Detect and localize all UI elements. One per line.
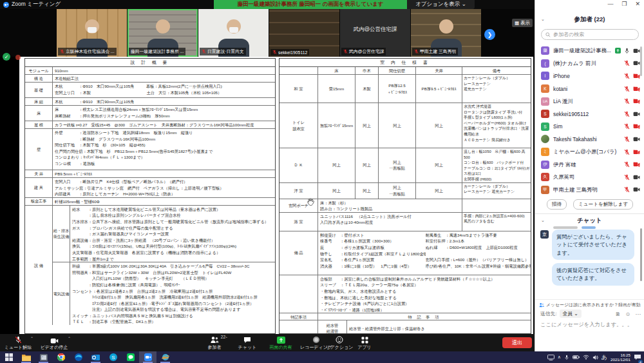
volume-icon[interactable] (592, 355, 598, 360)
notification-icon[interactable]: 4 (634, 351, 641, 363)
column-header-row: 床巾木間仕切壁天井備考 (279, 67, 531, 75)
reactions-icon (336, 336, 343, 344)
list-scrollbar[interactable] (640, 46, 642, 76)
show-options-button[interactable]: オプションを表示 ⌄ (407, 0, 475, 9)
record-dot-icon (15, 55, 21, 60)
taskbar-clock[interactable]: 16:252021/12/01 (611, 353, 630, 362)
taskbar-skype[interactable]: S (104, 351, 122, 363)
taskbar-photos[interactable] (35, 351, 52, 363)
face-mask (88, 27, 97, 33)
tray-chevron-icon[interactable]: ∧ (558, 355, 561, 360)
participant-row[interactable]: IiPhone (535, 70, 644, 83)
participant-row[interactable]: LiALiA 瀧川 (535, 95, 644, 108)
table-row: 基 礎木杭 ：Φ910 末口90mm又は105角 幕板：真板12mm(2戸に一か… (25, 83, 275, 98)
screen-share-badge-icon (615, 48, 621, 54)
avatar: 藤 (541, 46, 549, 55)
table-row: 天 井PB9.5mm＋ﾋﾞﾆｰﾙｸﾛｽ (25, 170, 275, 178)
apps-icon (361, 337, 368, 344)
start-icon (5, 353, 13, 361)
participant-row[interactable]: 藤藤田一級建築設計事務... (535, 44, 644, 57)
taskbar-globe[interactable] (156, 351, 174, 363)
video-name-label: 藤田一級建築設計事務所 ... (129, 48, 185, 55)
participant-row[interactable]: SSim (535, 121, 644, 133)
invite-button[interactable]: 招待 (547, 199, 567, 210)
camera-icon (633, 187, 640, 192)
apps-button[interactable]: アプリ (353, 335, 376, 351)
chat-icon (243, 337, 251, 344)
more-icon[interactable]: ⋯ (636, 311, 641, 317)
video-name-label: 甲南土建 三島秀明 (412, 48, 458, 55)
camera-off-icon (633, 74, 640, 79)
taskbar-chrome[interactable] (52, 351, 70, 363)
mute-button[interactable]: ミュート解除⌃ (1, 335, 35, 351)
taskbar-edge[interactable] (70, 351, 87, 363)
file-icon[interactable]: 🗎 (615, 311, 621, 317)
monitor-icon[interactable] (547, 355, 554, 360)
participant-face (156, 19, 170, 34)
taskbar-explorer[interactable] (17, 351, 35, 363)
participant-name: (株)ナカムラ 前川 (553, 60, 624, 67)
chevron-up-icon[interactable]: ⌃ (30, 336, 33, 340)
taskbar-outlook[interactable] (87, 351, 104, 363)
network-icon[interactable] (583, 355, 589, 360)
video-tile-1[interactable]: 京阪神木造住宅協議会 ... (57, 9, 127, 57)
taskbar-start[interactable] (0, 351, 17, 363)
participant-row[interactable]: 甲甲南土建 三島秀明 (535, 184, 644, 197)
view-button[interactable]: ▦表示 (512, 19, 533, 27)
chat-privacy-note: メッセージは誰に表示されますか？録画が有効 (535, 299, 644, 310)
participant-row[interactable]: ((株)ナカムラ 前川 (535, 57, 644, 70)
table-row: 備 品郵便受け ：壁付ポスト耐風養生 ：風速34m/Sまでトラ張不要棟番号 ：各… (279, 231, 531, 275)
video-tile-4[interactable]: sekkei1905112 (269, 9, 339, 57)
chevron-up-icon[interactable]: ⌃ (68, 336, 71, 340)
mic-muted-icon (624, 136, 630, 142)
mic-muted-icon (624, 111, 630, 117)
send-to-select[interactable]: 全員 ⌄ (560, 309, 582, 318)
chat-input[interactable]: ここにメッセージを入力します。。。 (540, 321, 641, 328)
share-button[interactable]: 画面の共有 (264, 335, 298, 351)
chat-message: 後の質疑応答にて対応をさせていただきます。 (552, 263, 634, 286)
participant-name: 伊丹 富雄 (553, 161, 624, 168)
video-tile-3[interactable]: 日置建設·日置尚文 (198, 9, 269, 57)
table-row: 浴 室ユニットバス1116 （2点ユニット）洗面ボール付入口跨ぎ高さは10-40… (279, 213, 531, 231)
participant-row[interactable]: Kkotani (535, 83, 644, 95)
participant-row[interactable]: Ssekkei1905112 (535, 108, 644, 121)
ime-indicator[interactable]: あ (601, 353, 607, 362)
notification-badge: 4 (638, 360, 643, 363)
windows-taskbar: S∧あ16:252021/12/014 (0, 351, 644, 363)
unmute-button[interactable]: ミュートを解除します (573, 199, 633, 210)
battery-icon[interactable] (573, 355, 580, 359)
chat-button[interactable]: チャット (233, 335, 261, 351)
chat-scrollbar[interactable] (640, 228, 642, 281)
video-tile-6[interactable]: 甲南土建 三島秀明 (411, 9, 481, 57)
participant-row[interactable]: Takeshi Takahashi (535, 133, 644, 146)
meeting-toolbar: 退出 ミュート解除⌃ビデオの停止⌃22参加者⌃チャット画面の共有レコーディングリ… (0, 334, 535, 351)
emoji-icon[interactable]: ☺ (625, 311, 631, 317)
restore-button[interactable]: ❐ (621, 1, 627, 7)
left-table-title: 設 計 概 要 (25, 59, 275, 67)
leave-button[interactable]: 退出 (502, 337, 532, 348)
table-row: 構 造木造軸組工法 (25, 75, 275, 83)
participant-row[interactable]: 久久原英司 (535, 171, 644, 184)
mic-muted-icon (624, 123, 630, 130)
chevron-up-icon[interactable]: ⌃ (225, 336, 228, 340)
video-name-label: 武内@公営住宅課 (341, 48, 386, 55)
table-row: 合板類 ：居室に表しの合板類は規制対象外ホルムアルデヒド発散建築材料（Ｆ☆☆☆☆… (279, 275, 531, 314)
avatar: 久 (541, 173, 549, 181)
reactions-button[interactable]: リアクション (322, 335, 357, 351)
audience-icon (539, 302, 544, 308)
taskbar-zoom[interactable] (139, 351, 156, 363)
participant-name: 甲南土建 三島秀明 (553, 186, 624, 193)
participants-button[interactable]: 22参加者⌃ (200, 335, 229, 351)
video-tile-2[interactable]: 藤田一級建築設計事務所 ... (128, 9, 198, 57)
next-videos-button[interactable]: ❯ (484, 29, 495, 40)
mic-muted-icon (272, 50, 277, 55)
taskbar-line[interactable] (122, 351, 139, 363)
participant-row[interactable]: ミミヤホーム@小原(コバラ) (535, 146, 644, 159)
minimize-button[interactable]: — (607, 1, 613, 7)
table-row: 床 組木杭 ：Φ910 末口90mm又は105角 (25, 98, 275, 106)
close-button[interactable]: ✕ (635, 1, 640, 7)
video-tile-5[interactable]: 武内@公営住宅課武内@公営住宅課 (340, 9, 410, 57)
video-button[interactable]: ビデオの停止⌃ (36, 335, 72, 351)
participant-search-input[interactable]: 参加者の検索 (541, 29, 639, 40)
participant-row[interactable]: 伊伊丹 富雄 (535, 158, 644, 171)
